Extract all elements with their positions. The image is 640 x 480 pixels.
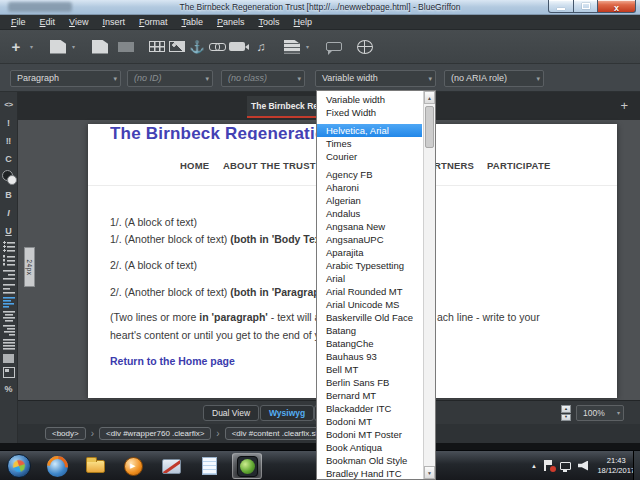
font-option[interactable]: Baskerville Old Face xyxy=(317,311,422,324)
menu-item[interactable]: Help xyxy=(287,15,320,30)
font-option[interactable]: Book Antiqua xyxy=(317,441,422,454)
font-option[interactable]: Bookman Old Style xyxy=(317,454,422,467)
bullet-list-icon[interactable] xyxy=(3,241,15,252)
menu-item[interactable]: Format xyxy=(132,15,175,30)
align-center-icon[interactable] xyxy=(3,311,15,322)
action-center-flag-icon[interactable] xyxy=(544,460,553,471)
nav-item[interactable]: PARTICIPATE xyxy=(487,160,550,171)
font-option[interactable]: Angsana New xyxy=(317,220,422,233)
scrollbar-thumb[interactable] xyxy=(425,106,434,148)
block-format-select[interactable]: Paragraph xyxy=(10,70,121,87)
nav-item[interactable]: HOME xyxy=(180,160,209,171)
insert-video-button[interactable] xyxy=(229,42,245,51)
bold-icon[interactable]: B xyxy=(0,187,18,202)
font-option[interactable]: Arabic Typesetting xyxy=(317,259,422,272)
font-option[interactable]: AngsanaUPC xyxy=(317,233,422,246)
menu-item[interactable]: View xyxy=(62,15,95,30)
class-icon[interactable]: C xyxy=(0,151,18,166)
open-file-button[interactable] xyxy=(50,40,66,54)
indent-icon[interactable] xyxy=(3,283,15,294)
home-page-link[interactable]: Return to the Home page xyxy=(110,355,235,367)
insert-anchor-button[interactable]: ⚓ xyxy=(189,38,205,56)
menu-item[interactable]: File xyxy=(4,15,33,30)
wysiwyg-button[interactable]: Wysiwyg xyxy=(260,405,314,421)
font-option[interactable]: Arial Unicode MS xyxy=(317,298,422,311)
strong-emphasis-icon[interactable]: ‼ xyxy=(0,133,18,148)
source-markup-icon[interactable]: <> xyxy=(0,97,18,112)
chevron-down-icon[interactable]: ▾ xyxy=(70,38,77,56)
new-document-button[interactable]: + xyxy=(8,38,24,56)
new-tab-button[interactable]: + xyxy=(620,95,628,117)
font-option[interactable]: Bell MT xyxy=(317,363,422,376)
graphics-app-icon[interactable] xyxy=(156,453,186,479)
menu-item[interactable]: Insert xyxy=(95,15,132,30)
ruler-tab[interactable]: 24px xyxy=(24,247,35,287)
breadcrumb-node-button[interactable]: <div #wrapper760 .clearfix> xyxy=(99,427,211,440)
font-option[interactable]: Algerian xyxy=(317,194,422,207)
chevron-down-icon[interactable]: ▾ xyxy=(304,38,311,56)
maximize-button[interactable] xyxy=(573,0,598,13)
save-file-button[interactable] xyxy=(92,40,108,54)
font-option[interactable]: Helvetica, Arial xyxy=(317,124,422,137)
position-icon[interactable] xyxy=(3,367,15,378)
bluegriffon-icon[interactable] xyxy=(232,453,262,479)
emphasis-icon[interactable]: ! xyxy=(0,115,18,130)
justify-icon[interactable] xyxy=(3,339,15,350)
block-element-icon[interactable] xyxy=(3,353,15,364)
volume-icon[interactable] xyxy=(578,461,588,471)
font-option[interactable]: Variable width xyxy=(317,93,422,106)
font-option[interactable]: Bradley Hand ITC xyxy=(317,467,422,480)
font-option[interactable]: Aparajita xyxy=(317,246,422,259)
font-option[interactable]: Bodoni MT Poster xyxy=(317,428,422,441)
insert-table-button[interactable] xyxy=(149,41,165,52)
id-select[interactable]: (no ID) xyxy=(127,70,213,87)
chevron-down-icon[interactable]: ▾ xyxy=(28,38,35,56)
notepad-icon[interactable] xyxy=(194,453,224,479)
aria-role-select[interactable]: (no ARIA role) xyxy=(444,70,544,87)
font-option[interactable]: Bodoni MT xyxy=(317,415,422,428)
network-icon[interactable] xyxy=(560,462,571,470)
font-option[interactable]: Andalus xyxy=(317,207,422,220)
comment-button[interactable] xyxy=(326,42,342,51)
insert-image-button[interactable] xyxy=(169,41,185,52)
font-option[interactable]: Times xyxy=(317,137,422,150)
insert-link-button[interactable] xyxy=(209,42,225,52)
opacity-icon[interactable]: % xyxy=(0,381,18,396)
align-right-icon[interactable] xyxy=(3,325,15,336)
menu-item[interactable]: Tools xyxy=(252,15,287,30)
font-option[interactable]: Berlin Sans FB xyxy=(317,376,422,389)
expand-tray-icon[interactable]: ▲ xyxy=(531,463,537,469)
insert-form-button[interactable] xyxy=(284,40,300,54)
nav-item[interactable]: ABOUT THE TRUST xyxy=(223,160,316,171)
font-option[interactable]: Arial Rounded MT xyxy=(317,285,422,298)
stop-button[interactable] xyxy=(118,42,134,52)
class-select[interactable]: (no class) xyxy=(221,70,305,87)
minimize-button[interactable] xyxy=(548,0,574,13)
firefox-icon[interactable] xyxy=(42,453,72,479)
scroll-down-button[interactable]: ▼ xyxy=(424,466,435,479)
taskbar-clock[interactable]: 21:43 18/12/2017 xyxy=(597,456,635,476)
browser-preview-button[interactable] xyxy=(357,40,373,54)
font-option[interactable]: Blackadder ITC xyxy=(317,402,422,415)
scroll-up-button[interactable]: ▲ xyxy=(424,91,435,104)
close-button[interactable] xyxy=(597,0,636,13)
menu-item[interactable]: Table xyxy=(174,15,210,30)
media-player-icon[interactable] xyxy=(118,453,148,479)
font-option[interactable]: Arial xyxy=(317,272,422,285)
font-family-select[interactable]: Variable width xyxy=(315,70,436,87)
zoom-level-select[interactable]: 100% xyxy=(576,405,624,421)
font-option[interactable]: Courier xyxy=(317,150,422,163)
menu-item[interactable]: Edit xyxy=(33,15,63,30)
align-left-icon[interactable] xyxy=(3,297,15,308)
zoom-increase-button[interactable]: ▲ xyxy=(561,405,571,413)
underline-icon[interactable]: U xyxy=(0,223,18,238)
font-option[interactable]: Agency FB xyxy=(317,168,422,181)
breadcrumb-node-button[interactable]: <body> xyxy=(45,427,86,440)
dual-view-button[interactable]: Dual View xyxy=(203,405,259,421)
show-desktop-button[interactable] xyxy=(633,451,640,480)
italic-icon[interactable]: I xyxy=(0,205,18,220)
dropdown-scrollbar[interactable]: ▲▼ xyxy=(423,91,435,479)
explorer-icon[interactable] xyxy=(80,453,110,479)
outdent-icon[interactable] xyxy=(3,269,15,280)
font-option[interactable]: Bernard MT xyxy=(317,389,422,402)
